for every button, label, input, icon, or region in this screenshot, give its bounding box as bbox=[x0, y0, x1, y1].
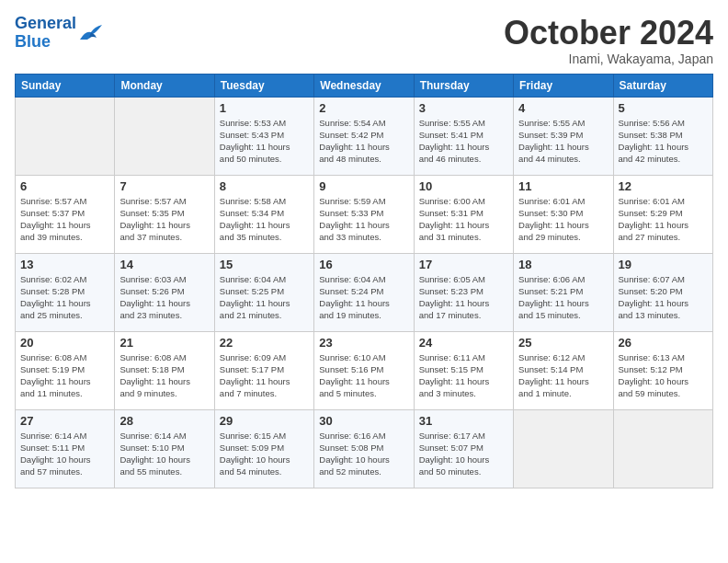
logo-bird-icon bbox=[78, 23, 104, 43]
calendar-cell: 21Sunrise: 6:08 AM Sunset: 5:18 PM Dayli… bbox=[115, 331, 214, 409]
calendar-cell: 27Sunrise: 6:14 AM Sunset: 5:11 PM Dayli… bbox=[16, 409, 115, 488]
day-number: 23 bbox=[319, 336, 408, 350]
day-number: 12 bbox=[619, 179, 708, 193]
calendar-cell: 31Sunrise: 6:17 AM Sunset: 5:07 PM Dayli… bbox=[414, 409, 513, 488]
day-info: Sunrise: 5:55 AM Sunset: 5:39 PM Dayligh… bbox=[518, 117, 608, 166]
logo: General Blue bbox=[15, 15, 104, 52]
day-info: Sunrise: 6:17 AM Sunset: 5:07 PM Dayligh… bbox=[419, 430, 508, 478]
calendar-cell: 24Sunrise: 6:11 AM Sunset: 5:15 PM Dayli… bbox=[414, 331, 513, 409]
weekday-header-tuesday: Tuesday bbox=[214, 74, 313, 97]
day-number: 26 bbox=[619, 336, 708, 350]
calendar-cell: 13Sunrise: 6:02 AM Sunset: 5:28 PM Dayli… bbox=[16, 253, 115, 331]
day-number: 5 bbox=[619, 101, 708, 115]
calendar-cell: 16Sunrise: 6:04 AM Sunset: 5:24 PM Dayli… bbox=[314, 253, 414, 331]
calendar-cell: 18Sunrise: 6:06 AM Sunset: 5:21 PM Dayli… bbox=[514, 253, 613, 331]
day-info: Sunrise: 5:56 AM Sunset: 5:38 PM Dayligh… bbox=[619, 117, 708, 166]
day-info: Sunrise: 6:02 AM Sunset: 5:28 PM Dayligh… bbox=[20, 273, 109, 322]
weekday-header-sunday: Sunday bbox=[16, 74, 115, 97]
weekday-header-friday: Friday bbox=[514, 74, 613, 97]
day-info: Sunrise: 5:54 AM Sunset: 5:42 PM Dayligh… bbox=[319, 117, 408, 166]
calendar-cell: 19Sunrise: 6:07 AM Sunset: 5:20 PM Dayli… bbox=[613, 253, 712, 331]
calendar-cell bbox=[514, 409, 613, 488]
day-info: Sunrise: 6:00 AM Sunset: 5:31 PM Dayligh… bbox=[419, 195, 508, 244]
calendar-cell: 25Sunrise: 6:12 AM Sunset: 5:14 PM Dayli… bbox=[514, 331, 613, 409]
calendar-cell: 9Sunrise: 5:59 AM Sunset: 5:33 PM Daylig… bbox=[314, 175, 414, 253]
calendar-cell: 2Sunrise: 5:54 AM Sunset: 5:42 PM Daylig… bbox=[314, 97, 414, 175]
day-number: 14 bbox=[119, 258, 209, 271]
weekday-header-wednesday: Wednesday bbox=[314, 74, 414, 97]
calendar-cell: 4Sunrise: 5:55 AM Sunset: 5:39 PM Daylig… bbox=[514, 97, 613, 175]
title-block: October 2024 Inami, Wakayama, Japan bbox=[504, 15, 713, 66]
calendar-cell: 1Sunrise: 5:53 AM Sunset: 5:43 PM Daylig… bbox=[214, 97, 313, 175]
location-subtitle: Inami, Wakayama, Japan bbox=[504, 52, 713, 66]
day-number: 18 bbox=[518, 258, 608, 271]
calendar-cell bbox=[613, 409, 712, 488]
calendar-cell: 26Sunrise: 6:13 AM Sunset: 5:12 PM Dayli… bbox=[613, 331, 712, 409]
calendar-cell: 28Sunrise: 6:14 AM Sunset: 5:10 PM Dayli… bbox=[115, 409, 214, 488]
day-number: 29 bbox=[220, 414, 309, 428]
month-title: October 2024 bbox=[504, 15, 713, 52]
day-number: 16 bbox=[319, 258, 408, 271]
day-number: 7 bbox=[119, 179, 209, 193]
day-info: Sunrise: 6:07 AM Sunset: 5:20 PM Dayligh… bbox=[619, 273, 708, 322]
day-number: 1 bbox=[220, 101, 309, 115]
calendar-cell: 3Sunrise: 5:55 AM Sunset: 5:41 PM Daylig… bbox=[414, 97, 513, 175]
calendar-cell: 30Sunrise: 6:16 AM Sunset: 5:08 PM Dayli… bbox=[314, 409, 414, 488]
day-number: 30 bbox=[319, 414, 408, 428]
day-info: Sunrise: 6:03 AM Sunset: 5:26 PM Dayligh… bbox=[119, 273, 209, 322]
day-info: Sunrise: 5:58 AM Sunset: 5:34 PM Dayligh… bbox=[220, 195, 309, 244]
calendar-cell: 17Sunrise: 6:05 AM Sunset: 5:23 PM Dayli… bbox=[414, 253, 513, 331]
day-info: Sunrise: 6:04 AM Sunset: 5:25 PM Dayligh… bbox=[220, 273, 309, 322]
day-number: 24 bbox=[419, 336, 508, 350]
day-info: Sunrise: 6:08 AM Sunset: 5:19 PM Dayligh… bbox=[20, 351, 109, 400]
day-info: Sunrise: 5:59 AM Sunset: 5:33 PM Dayligh… bbox=[319, 195, 408, 244]
calendar-cell bbox=[16, 97, 115, 175]
day-number: 17 bbox=[419, 258, 508, 271]
calendar-cell: 23Sunrise: 6:10 AM Sunset: 5:16 PM Dayli… bbox=[314, 331, 414, 409]
page-header: General Blue October 2024 Inami, Wakayam… bbox=[15, 15, 713, 66]
day-info: Sunrise: 6:14 AM Sunset: 5:11 PM Dayligh… bbox=[20, 430, 109, 478]
day-info: Sunrise: 6:05 AM Sunset: 5:23 PM Dayligh… bbox=[419, 273, 508, 322]
day-number: 15 bbox=[220, 258, 309, 271]
calendar-cell bbox=[115, 97, 214, 175]
calendar-cell: 14Sunrise: 6:03 AM Sunset: 5:26 PM Dayli… bbox=[115, 253, 214, 331]
calendar-week-row: 6Sunrise: 5:57 AM Sunset: 5:37 PM Daylig… bbox=[16, 175, 713, 253]
day-number: 6 bbox=[20, 179, 109, 193]
calendar-week-row: 13Sunrise: 6:02 AM Sunset: 5:28 PM Dayli… bbox=[16, 253, 713, 331]
day-info: Sunrise: 6:13 AM Sunset: 5:12 PM Dayligh… bbox=[619, 351, 708, 400]
calendar-cell: 15Sunrise: 6:04 AM Sunset: 5:25 PM Dayli… bbox=[214, 253, 313, 331]
day-info: Sunrise: 5:53 AM Sunset: 5:43 PM Dayligh… bbox=[220, 117, 309, 166]
day-number: 20 bbox=[20, 336, 109, 350]
day-info: Sunrise: 6:06 AM Sunset: 5:21 PM Dayligh… bbox=[518, 273, 608, 322]
day-info: Sunrise: 6:14 AM Sunset: 5:10 PM Dayligh… bbox=[119, 430, 209, 478]
calendar-week-row: 1Sunrise: 5:53 AM Sunset: 5:43 PM Daylig… bbox=[16, 97, 713, 175]
day-info: Sunrise: 6:09 AM Sunset: 5:17 PM Dayligh… bbox=[220, 351, 309, 400]
day-info: Sunrise: 5:57 AM Sunset: 5:37 PM Dayligh… bbox=[20, 195, 109, 244]
day-info: Sunrise: 6:11 AM Sunset: 5:15 PM Dayligh… bbox=[419, 351, 508, 400]
weekday-header-monday: Monday bbox=[115, 74, 214, 97]
calendar-cell: 10Sunrise: 6:00 AM Sunset: 5:31 PM Dayli… bbox=[414, 175, 513, 253]
day-number: 25 bbox=[518, 336, 608, 350]
calendar-week-row: 20Sunrise: 6:08 AM Sunset: 5:19 PM Dayli… bbox=[16, 331, 713, 409]
day-info: Sunrise: 5:57 AM Sunset: 5:35 PM Dayligh… bbox=[119, 195, 209, 244]
day-number: 11 bbox=[518, 179, 608, 193]
day-number: 22 bbox=[220, 336, 309, 350]
day-info: Sunrise: 6:15 AM Sunset: 5:09 PM Dayligh… bbox=[220, 430, 309, 478]
day-number: 8 bbox=[220, 179, 309, 193]
day-info: Sunrise: 6:01 AM Sunset: 5:29 PM Dayligh… bbox=[619, 195, 708, 244]
calendar-cell: 5Sunrise: 5:56 AM Sunset: 5:38 PM Daylig… bbox=[613, 97, 712, 175]
day-number: 4 bbox=[518, 101, 608, 115]
calendar-table: SundayMondayTuesdayWednesdayThursdayFrid… bbox=[15, 74, 713, 488]
day-info: Sunrise: 6:04 AM Sunset: 5:24 PM Dayligh… bbox=[319, 273, 408, 322]
calendar-cell: 22Sunrise: 6:09 AM Sunset: 5:17 PM Dayli… bbox=[214, 331, 313, 409]
day-number: 9 bbox=[319, 179, 408, 193]
day-number: 10 bbox=[419, 179, 508, 193]
day-number: 13 bbox=[20, 258, 109, 271]
calendar-header: SundayMondayTuesdayWednesdayThursdayFrid… bbox=[16, 74, 713, 97]
calendar-cell: 29Sunrise: 6:15 AM Sunset: 5:09 PM Dayli… bbox=[214, 409, 313, 488]
day-number: 19 bbox=[619, 258, 708, 271]
day-number: 28 bbox=[119, 414, 209, 428]
weekday-header-thursday: Thursday bbox=[414, 74, 513, 97]
day-number: 2 bbox=[319, 101, 408, 115]
calendar-cell: 6Sunrise: 5:57 AM Sunset: 5:37 PM Daylig… bbox=[16, 175, 115, 253]
